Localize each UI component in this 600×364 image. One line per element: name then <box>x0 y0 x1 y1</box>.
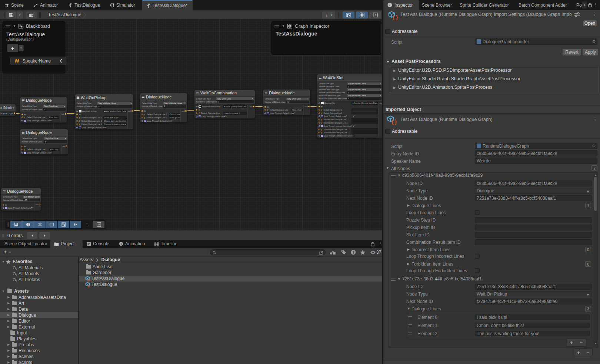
svg-text:{}: {} <box>88 284 90 287</box>
svg-text:{}: {} <box>88 278 90 281</box>
